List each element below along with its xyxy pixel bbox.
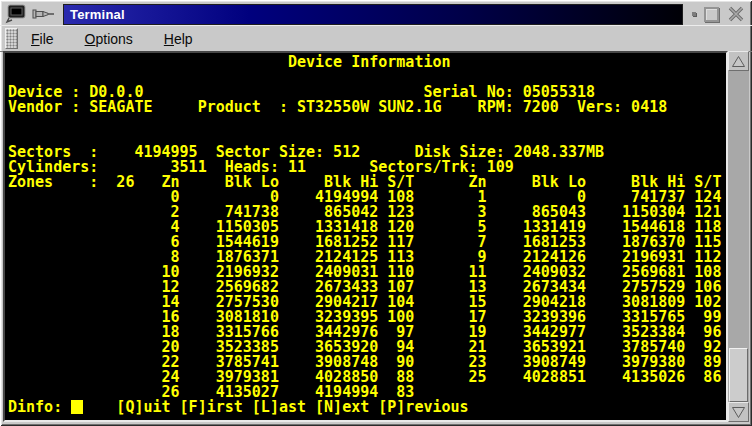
window-controls <box>692 6 745 22</box>
text-cursor <box>71 400 83 414</box>
minimize-dot-icon[interactable] <box>692 12 696 16</box>
scroll-up-button[interactable] <box>728 51 749 71</box>
maximize-box-icon[interactable] <box>704 7 719 22</box>
terminal-window: Terminal File Options Help Device Inform… <box>0 0 752 426</box>
scroll-down-button[interactable] <box>728 402 749 422</box>
menu-item-file[interactable]: File <box>31 31 54 47</box>
pushpin-icon[interactable] <box>32 8 56 20</box>
close-x-icon[interactable] <box>727 6 745 22</box>
terminal-area: Device Information Device : D0.0.0 Seria… <box>3 51 749 422</box>
scrollbar-thumb[interactable] <box>729 348 748 402</box>
arrow-up-icon <box>731 55 746 68</box>
menu-item-options[interactable]: Options <box>85 31 133 47</box>
arrow-down-icon <box>731 406 746 419</box>
menubar: File Options Help <box>0 25 752 52</box>
titlebar[interactable]: Terminal <box>4 3 748 25</box>
titlebar-gradient[interactable]: Terminal <box>63 4 683 25</box>
scrollbar-trough[interactable] <box>728 71 749 402</box>
terminal-screen[interactable]: Device Information Device : D0.0.0 Seria… <box>5 53 726 415</box>
scrollbar[interactable] <box>728 51 749 422</box>
terminal-icon[interactable] <box>4 4 28 24</box>
menubar-drag-grip[interactable] <box>5 28 18 49</box>
window-title: Terminal <box>70 7 125 22</box>
terminal-viewport: Device Information Device : D0.0.0 Seria… <box>3 51 728 422</box>
menu-item-help[interactable]: Help <box>164 31 193 47</box>
